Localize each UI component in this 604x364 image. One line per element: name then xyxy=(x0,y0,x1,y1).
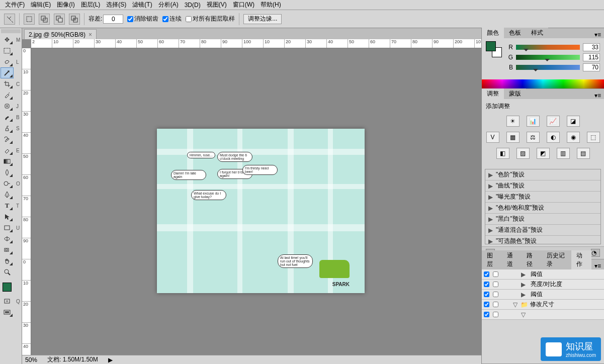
tab-adjustments[interactable]: 调整 xyxy=(482,88,504,99)
menu-image[interactable]: 图像(I) xyxy=(54,1,77,9)
type-tool[interactable]: TT xyxy=(1,201,13,211)
dodge-tool[interactable]: O xyxy=(1,178,13,189)
color-balance-icon[interactable]: ⚖ xyxy=(527,132,540,143)
panel-menu-icon[interactable]: ▾≡ xyxy=(591,92,604,99)
brush-tool[interactable]: B xyxy=(1,112,13,122)
toggle-checkbox[interactable] xyxy=(491,282,500,287)
sample-all-layers-checkbox[interactable]: 对所有图层取样 xyxy=(186,15,235,23)
close-tab-icon[interactable]: × xyxy=(89,31,92,38)
tab-channels[interactable]: 通道 xyxy=(502,250,522,269)
r-input[interactable] xyxy=(583,43,600,51)
disclosure-icon[interactable]: ▶ xyxy=(503,271,526,278)
tab-color[interactable]: 颜色 xyxy=(482,28,504,38)
document-tab[interactable]: 2.jpg @ 50%(RGB/8) × xyxy=(24,29,97,39)
crop-tool[interactable]: C xyxy=(1,79,13,89)
preset-row[interactable]: ▶"通道混合器"预设 xyxy=(485,225,600,236)
intersect-selection-icon[interactable] xyxy=(69,14,80,25)
hue-sat-icon[interactable]: ▦ xyxy=(506,132,520,143)
tool-preset-picker[interactable] xyxy=(4,14,15,25)
ruler-vertical[interactable]: 010203040506070809001020304050 xyxy=(22,48,31,364)
b-input[interactable] xyxy=(583,63,600,71)
exposure-icon[interactable]: ◪ xyxy=(567,116,580,127)
toggle-checkbox[interactable] xyxy=(491,312,500,317)
b-slider[interactable] xyxy=(516,65,580,70)
add-selection-icon[interactable] xyxy=(39,14,50,25)
levels-icon[interactable]: 📊 xyxy=(527,116,540,127)
toggle-checkbox[interactable] xyxy=(482,302,491,307)
marquee-tool[interactable] xyxy=(1,46,13,56)
disclosure-icon[interactable]: ▽ xyxy=(503,311,526,318)
eyedropper-tool[interactable] xyxy=(1,90,13,100)
menu-filter[interactable]: 滤镜(T) xyxy=(129,1,155,9)
path-select-tool[interactable] xyxy=(1,212,13,222)
shape-tool[interactable]: U xyxy=(1,223,13,233)
preset-row[interactable]: ▶"曝光度"预设 xyxy=(485,192,600,203)
toggle-checkbox[interactable] xyxy=(482,312,491,317)
r-slider[interactable] xyxy=(516,45,580,50)
status-arrow-icon[interactable]: ▶ xyxy=(108,356,113,363)
foreground-color[interactable] xyxy=(486,41,496,51)
disclosure-icon[interactable]: ▶ xyxy=(503,281,526,288)
preset-row[interactable]: ▶"曲线"预设 xyxy=(485,180,600,192)
3d-camera-tool[interactable] xyxy=(1,245,13,255)
tab-masks[interactable]: 蒙版 xyxy=(504,88,526,99)
action-row[interactable]: ▶阈值 xyxy=(482,290,604,300)
toggle-checkbox[interactable] xyxy=(482,282,491,287)
g-slider[interactable] xyxy=(516,55,580,60)
preset-row[interactable]: ▶"色相/饱和度"预设 xyxy=(485,203,600,214)
lasso-tool[interactable]: L xyxy=(1,57,13,67)
toggle-checkbox[interactable] xyxy=(491,302,500,307)
toggle-checkbox[interactable] xyxy=(482,292,491,297)
foreground-swatch[interactable] xyxy=(3,283,12,292)
tab-layers[interactable]: 图层 xyxy=(482,250,502,269)
bw-icon[interactable]: ◐ xyxy=(547,132,560,143)
toggle-checkbox[interactable] xyxy=(491,271,500,277)
3d-rotate-tool[interactable] xyxy=(1,234,13,244)
tab-actions[interactable]: 动作 xyxy=(571,250,591,269)
menu-help[interactable]: 帮助(H) xyxy=(257,1,284,9)
vibrance-icon[interactable]: V xyxy=(486,132,499,143)
pen-tool[interactable] xyxy=(1,190,13,200)
menu-analysis[interactable]: 分析(A) xyxy=(155,1,182,9)
gradient-tool[interactable] xyxy=(1,156,13,166)
move-tool[interactable]: ✥M xyxy=(1,35,13,45)
action-row[interactable]: ▽📁修改尺寸 xyxy=(482,300,604,310)
clip-icon[interactable]: ◔ xyxy=(591,249,600,257)
g-input[interactable] xyxy=(583,53,600,61)
photo-filter-icon[interactable]: ◉ xyxy=(567,132,580,143)
clone-stamp-tool[interactable]: S xyxy=(1,123,13,133)
zoom-tool[interactable] xyxy=(1,267,13,277)
magic-wand-tool[interactable] xyxy=(1,68,13,78)
menu-view[interactable]: 视图(V) xyxy=(204,1,230,9)
selective-color-icon[interactable]: ▤ xyxy=(577,148,590,159)
menu-3d[interactable]: 3D(D) xyxy=(182,2,204,9)
brightness-icon[interactable]: ☀ xyxy=(506,116,520,127)
disclosure-icon[interactable]: ▽ xyxy=(503,301,517,308)
new-selection-icon[interactable] xyxy=(24,14,35,25)
preset-row[interactable]: ▶"可选颜色"预设 xyxy=(485,236,600,244)
tab-swatches[interactable]: 色板 xyxy=(504,28,526,38)
menu-layer[interactable]: 图层(L) xyxy=(78,1,104,9)
action-row[interactable]: ▶亮度/对比度 xyxy=(482,280,604,290)
toggle-checkbox[interactable] xyxy=(482,271,491,277)
threshold-icon[interactable]: ◩ xyxy=(537,148,550,159)
refine-edge-button[interactable]: 调整边缘... xyxy=(243,14,282,24)
canvas[interactable]: SPARK Hmmm, rose...Must dodge the 6 o'cl… xyxy=(31,48,481,355)
channel-mixer-icon[interactable]: ⬚ xyxy=(587,132,600,143)
fg-bg-swatches[interactable] xyxy=(486,41,502,57)
color-spectrum[interactable] xyxy=(482,79,604,88)
quickmask-toggle[interactable]: Q xyxy=(1,296,13,306)
screenmode-toggle[interactable] xyxy=(1,307,13,317)
menu-file[interactable]: 文件(F) xyxy=(2,1,28,9)
action-row[interactable]: ▶阈值 xyxy=(482,269,604,280)
tab-paths[interactable]: 路径 xyxy=(522,250,542,269)
curves-icon[interactable]: 📈 xyxy=(547,116,560,127)
ruler-horizontal[interactable]: 2102030405060708090100102030405060708090… xyxy=(31,39,481,48)
contiguous-checkbox[interactable]: 连续 xyxy=(162,15,182,23)
hand-tool[interactable] xyxy=(1,256,13,266)
eraser-tool[interactable]: E xyxy=(1,145,13,155)
preset-row[interactable]: ▶"黑白"预设 xyxy=(485,214,600,225)
toggle-checkbox[interactable] xyxy=(491,292,500,297)
toolbox-handle[interactable] xyxy=(1,29,21,33)
menu-window[interactable]: 窗口(W) xyxy=(230,1,257,9)
